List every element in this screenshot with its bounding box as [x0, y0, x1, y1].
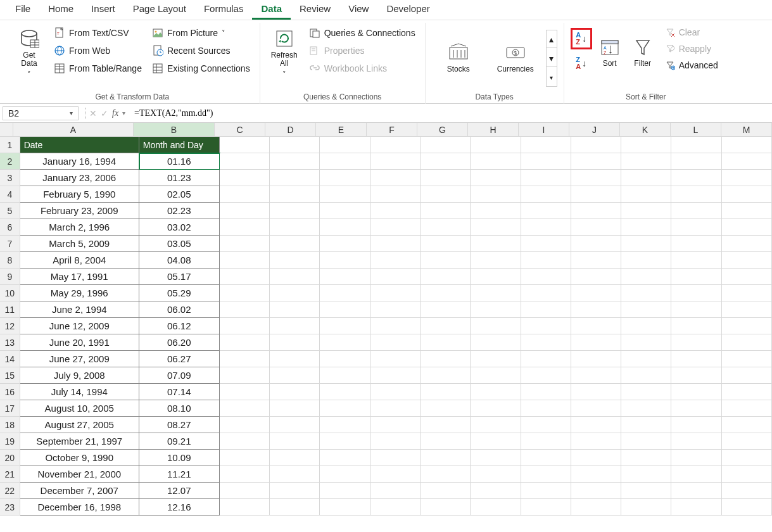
cell-J16[interactable] [571, 384, 621, 400]
cell-F20[interactable] [370, 450, 421, 466]
sort-asc-button[interactable]: AZ↓ [571, 28, 592, 49]
cell-H19[interactable] [471, 433, 521, 450]
cell-H10[interactable] [471, 285, 521, 301]
cell-H16[interactable] [471, 384, 521, 400]
cell-C5[interactable] [220, 203, 270, 219]
cell-C11[interactable] [220, 301, 270, 318]
cell-E18[interactable] [320, 417, 370, 433]
column-header-I[interactable]: I [519, 123, 569, 137]
cell-M2[interactable] [722, 153, 772, 170]
cell-E5[interactable] [320, 203, 370, 219]
cell-L8[interactable] [671, 252, 721, 269]
cell-E21[interactable] [320, 466, 370, 483]
cell-A1[interactable]: Date [20, 137, 139, 153]
cell-M9[interactable] [722, 269, 772, 285]
cell-H11[interactable] [471, 301, 521, 318]
cell-M6[interactable] [722, 219, 772, 236]
cell-I8[interactable] [521, 252, 571, 269]
cell-E10[interactable] [320, 285, 370, 301]
cell-A12[interactable]: June 12, 2009 [20, 318, 139, 334]
cell-I9[interactable] [521, 269, 571, 285]
row-header-19[interactable]: 19 [0, 433, 20, 450]
cell-G16[interactable] [421, 384, 471, 400]
cell-I7[interactable] [521, 236, 571, 252]
cell-F1[interactable] [370, 137, 421, 153]
cell-B18[interactable]: 08.27 [139, 417, 220, 433]
cell-I10[interactable] [521, 285, 571, 301]
cell-A11[interactable]: June 2, 1994 [20, 301, 139, 318]
cell-I16[interactable] [521, 384, 571, 400]
cell-J7[interactable] [571, 236, 621, 252]
cell-G18[interactable] [421, 417, 471, 433]
cell-M1[interactable] [722, 137, 772, 153]
cell-F8[interactable] [370, 252, 421, 269]
cell-M11[interactable] [722, 301, 772, 318]
cell-C1[interactable] [220, 137, 270, 153]
cell-F16[interactable] [370, 384, 421, 400]
cell-B22[interactable]: 12.07 [139, 483, 220, 499]
cell-C9[interactable] [220, 269, 270, 285]
cell-I17[interactable] [521, 400, 571, 417]
stocks-button[interactable]: Stocks [432, 30, 485, 86]
cell-G17[interactable] [421, 400, 471, 417]
cell-B13[interactable]: 06.20 [139, 334, 220, 351]
cell-B23[interactable]: 12.16 [139, 499, 220, 516]
cell-L9[interactable] [671, 269, 721, 285]
cell-D20[interactable] [270, 450, 320, 466]
cell-G10[interactable] [421, 285, 471, 301]
cell-J15[interactable] [571, 367, 621, 384]
row-header-14[interactable]: 14 [0, 351, 20, 367]
cell-E22[interactable] [320, 483, 370, 499]
cell-L12[interactable] [671, 318, 721, 334]
cell-B10[interactable]: 05.29 [139, 285, 220, 301]
filter-button[interactable]: Filter [628, 25, 658, 81]
cell-G21[interactable] [421, 466, 471, 483]
cell-I23[interactable] [521, 499, 571, 516]
refresh-all-button[interactable]: Refresh All [267, 25, 302, 81]
cell-D15[interactable] [270, 367, 320, 384]
cell-A21[interactable]: November 21, 2000 [20, 466, 139, 483]
cell-B14[interactable]: 06.27 [139, 351, 220, 367]
cell-B8[interactable]: 04.08 [139, 252, 220, 269]
column-header-E[interactable]: E [316, 123, 367, 137]
cell-J2[interactable] [571, 153, 621, 170]
cell-B19[interactable]: 09.21 [139, 433, 220, 450]
row-header-21[interactable]: 21 [0, 466, 20, 483]
cell-D21[interactable] [270, 466, 320, 483]
cell-F4[interactable] [370, 186, 421, 203]
cell-K8[interactable] [621, 252, 671, 269]
cell-M10[interactable] [722, 285, 772, 301]
cell-A20[interactable]: October 9, 1990 [20, 450, 139, 466]
cell-G5[interactable] [421, 203, 471, 219]
cell-G6[interactable] [421, 219, 471, 236]
cell-I18[interactable] [521, 417, 571, 433]
cell-J14[interactable] [571, 351, 621, 367]
cell-H1[interactable] [471, 137, 521, 153]
cell-B2[interactable]: 01.16 [139, 153, 220, 170]
cell-D4[interactable] [270, 186, 320, 203]
cell-L13[interactable] [671, 334, 721, 351]
cell-H14[interactable] [471, 351, 521, 367]
cell-J10[interactable] [571, 285, 621, 301]
cell-L7[interactable] [671, 236, 721, 252]
cell-F11[interactable] [370, 301, 421, 318]
row-header-4[interactable]: 4 [0, 186, 20, 203]
row-header-20[interactable]: 20 [0, 450, 20, 466]
cell-E23[interactable] [320, 499, 370, 516]
cell-L10[interactable] [671, 285, 721, 301]
cell-J4[interactable] [571, 186, 621, 203]
cell-A18[interactable]: August 27, 2005 [20, 417, 139, 433]
cell-H5[interactable] [471, 203, 521, 219]
tab-data[interactable]: Data [252, 0, 291, 20]
cell-J18[interactable] [571, 417, 621, 433]
cell-B9[interactable]: 05.17 [139, 269, 220, 285]
data-types-scroll-up[interactable]: ▴ [547, 30, 557, 48]
cell-A13[interactable]: June 20, 1991 [20, 334, 139, 351]
cell-K4[interactable] [621, 186, 671, 203]
cell-A10[interactable]: May 29, 1996 [20, 285, 139, 301]
cell-I5[interactable] [521, 203, 571, 219]
cell-L11[interactable] [671, 301, 721, 318]
cell-F6[interactable] [370, 219, 421, 236]
get-data-button[interactable]: Get Data [11, 25, 47, 81]
cell-I22[interactable] [521, 483, 571, 499]
